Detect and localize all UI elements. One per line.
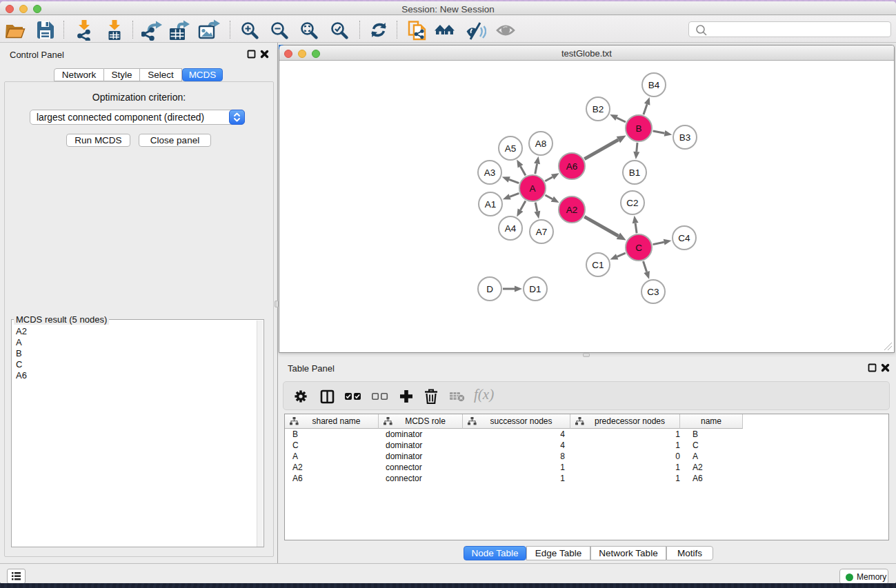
svg-text:A5: A5 <box>505 143 517 154</box>
svg-text:A2: A2 <box>566 205 578 215</box>
svg-text:A8: A8 <box>535 139 547 149</box>
svg-text:D1: D1 <box>529 284 541 294</box>
svg-text:D: D <box>486 284 493 294</box>
svg-text:C4: C4 <box>678 233 690 243</box>
svg-text:B1: B1 <box>629 168 641 178</box>
svg-text:C: C <box>635 243 642 253</box>
svg-text:B4: B4 <box>648 80 660 90</box>
svg-text:B2: B2 <box>593 104 604 114</box>
svg-text:A4: A4 <box>505 223 517 234</box>
svg-text:A3: A3 <box>484 168 496 178</box>
svg-text:C3: C3 <box>647 287 659 297</box>
svg-text:A7: A7 <box>536 227 548 237</box>
svg-text:A1: A1 <box>485 199 497 210</box>
svg-text:B3: B3 <box>679 132 691 143</box>
svg-text:A: A <box>529 183 535 194</box>
svg-text:B: B <box>635 123 641 134</box>
svg-text:C2: C2 <box>626 198 638 208</box>
svg-text:C1: C1 <box>592 260 604 270</box>
svg-text:A6: A6 <box>566 161 578 172</box>
